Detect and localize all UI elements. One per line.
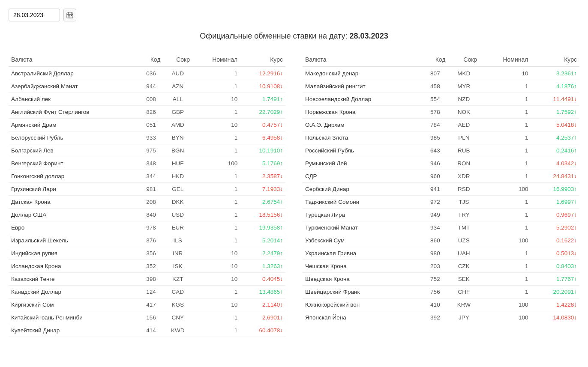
currency-code: 946 — [422, 157, 448, 170]
currency-code: 972 — [422, 196, 448, 209]
currency-abbr: PLN — [448, 131, 480, 144]
currency-rate: 0.5013↓ — [531, 247, 579, 260]
left-table: Валюта Код Сокр Номинал Курс Австралийск… — [9, 53, 285, 337]
currency-name: Чешская Крона — [303, 260, 422, 273]
date-picker-row — [9, 9, 579, 21]
currency-code: 949 — [422, 209, 448, 221]
svg-rect-7 — [68, 17, 69, 18]
currency-name: Венгерский Форинт — [9, 157, 139, 170]
currency-code: 860 — [422, 234, 448, 247]
currency-abbr: UZS — [448, 234, 480, 247]
currency-name: О.А.Э. Дирхам — [303, 119, 422, 131]
currency-nominal: 10 — [192, 260, 240, 273]
currency-abbr: AUD — [163, 67, 192, 80]
currency-name: Турецкая Лира — [303, 209, 422, 221]
currency-rate: 10.9108↓ — [240, 80, 285, 93]
table-row: Чешская Крона 203 CZK 1 0.8403↑ — [303, 260, 579, 273]
table-row: Армянский Драм 051 AMD 10 0.4757↓ — [9, 119, 285, 131]
right-table: Валюта Код Сокр Номинал Курс Македонский… — [303, 53, 579, 324]
currency-code: 458 — [422, 80, 448, 93]
currency-nominal: 1 — [480, 157, 531, 170]
currency-abbr: NZD — [448, 93, 480, 106]
currency-abbr: DKK — [163, 196, 192, 209]
currency-nominal: 10 — [192, 119, 240, 131]
currency-abbr: BGN — [163, 144, 192, 157]
table-row: Белорусский Рубль 933 BYN 1 6.4958↓ — [9, 131, 285, 144]
currency-nominal: 1 — [192, 286, 240, 298]
currency-name: Болгарский Лев — [9, 144, 139, 157]
currency-name: Таджикский Сомони — [303, 196, 422, 209]
currency-abbr: JPY — [448, 311, 480, 324]
currency-abbr: GEL — [163, 183, 192, 196]
currency-rate: 1.7767↑ — [531, 273, 579, 286]
svg-rect-4 — [68, 15, 69, 16]
right-col-abbr: Сокр — [448, 53, 480, 67]
page-title: Официальные обменные ставки на дату: 28.… — [9, 32, 579, 41]
currency-abbr: TRY — [448, 209, 480, 221]
currency-code: 356 — [139, 247, 163, 260]
calendar-icon[interactable] — [63, 9, 76, 21]
currency-abbr: CZK — [448, 260, 480, 273]
currency-code: 554 — [422, 93, 448, 106]
currency-code: 941 — [422, 183, 448, 196]
currency-name: Узбекский Сум — [303, 234, 422, 247]
currency-abbr: SEK — [448, 273, 480, 286]
currency-code: 344 — [139, 170, 163, 183]
currency-nominal: 1 — [480, 209, 531, 221]
currency-rate: 16.9903↑ — [531, 183, 579, 196]
currency-code: 784 — [422, 119, 448, 131]
table-row: Евро 978 EUR 1 19.9358↑ — [9, 221, 285, 234]
currency-abbr: NOK — [448, 106, 480, 119]
table-row: Датская Крона 208 DKK 1 2.6754↑ — [9, 196, 285, 209]
currency-code: 376 — [139, 234, 163, 247]
currency-rate: 24.8431↓ — [531, 170, 579, 183]
svg-rect-8 — [69, 17, 70, 18]
currency-code: 752 — [422, 273, 448, 286]
currency-name: Датская Крона — [9, 196, 139, 209]
currency-nominal: 1 — [480, 247, 531, 260]
table-row: Израильский Шекель 376 ILS 1 5.2014↑ — [9, 234, 285, 247]
currency-nominal: 1 — [192, 67, 240, 80]
table-row: Кувейтский Динар 414 KWD 1 60.4078↓ — [9, 324, 285, 337]
currency-code: 826 — [139, 106, 163, 119]
currency-rate: 5.2014↑ — [240, 234, 285, 247]
table-row: Узбекский Сум 860 UZS 100 0.1622↓ — [303, 234, 579, 247]
currency-code: 980 — [422, 247, 448, 260]
currency-nominal: 1 — [192, 324, 240, 337]
currency-nominal: 10 — [192, 93, 240, 106]
table-row: Туркменский Манат 934 TMT 1 5.2902↓ — [303, 221, 579, 234]
currency-code: 985 — [422, 131, 448, 144]
right-col-code: Код — [422, 53, 448, 67]
table-row: Азербайджанский Манат 944 AZN 1 10.9108↓ — [9, 80, 285, 93]
currency-abbr: KWD — [163, 324, 192, 337]
currency-abbr: RUB — [448, 144, 480, 157]
currency-code: 807 — [422, 67, 448, 80]
currency-abbr: TMT — [448, 221, 480, 234]
currency-abbr: ILS — [163, 234, 192, 247]
currency-name: Киргизский Сом — [9, 298, 139, 311]
currency-name: Южнокорейский вон — [303, 298, 422, 311]
currency-abbr: ALL — [163, 93, 192, 106]
left-col-currency: Валюта — [9, 53, 139, 67]
table-row: Австралийский Доллар 036 AUD 1 12.2916↓ — [9, 67, 285, 80]
currency-rate: 11.4491↓ — [531, 93, 579, 106]
currency-abbr: BYN — [163, 131, 192, 144]
currency-nominal: 10 — [192, 273, 240, 286]
table-row: Венгерский Форинт 348 HUF 100 5.1769↑ — [9, 157, 285, 170]
left-col-rate: Курс — [240, 53, 285, 67]
currency-abbr: AMD — [163, 119, 192, 131]
currency-name: Туркменский Манат — [303, 221, 422, 234]
currency-rate: 4.1876↑ — [531, 80, 579, 93]
currency-nominal: 1 — [480, 93, 531, 106]
date-input[interactable] — [9, 9, 60, 21]
currency-name: Украинская Гривна — [303, 247, 422, 260]
currency-name: Армянский Драм — [9, 119, 139, 131]
currency-name: Кувейтский Динар — [9, 324, 139, 337]
currency-code: 156 — [139, 311, 163, 324]
currency-code: 051 — [139, 119, 163, 131]
currency-nominal: 1 — [480, 170, 531, 183]
currency-abbr: CAD — [163, 286, 192, 298]
currency-name: Македонский денар — [303, 67, 422, 80]
currency-name: Австралийский Доллар — [9, 67, 139, 80]
currency-nominal: 100 — [480, 234, 531, 247]
